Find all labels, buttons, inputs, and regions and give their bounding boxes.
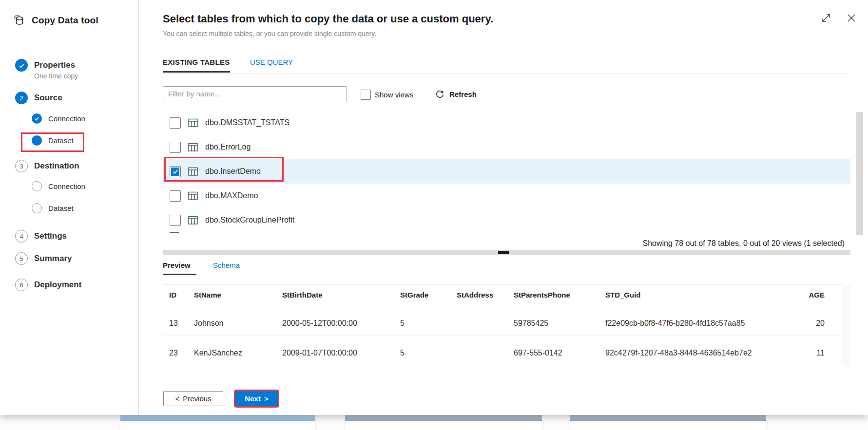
table-row[interactable]: dbo.ErrorLog [163, 135, 850, 159]
horizontal-scrollbar-thumb[interactable] [498, 251, 509, 254]
preview-table-right-border [842, 284, 842, 366]
tab-schema[interactable]: Schema [213, 261, 240, 269]
tab-existing-tables[interactable]: EXISTING TABLES [163, 58, 230, 73]
cell: 5 [400, 349, 405, 357]
sidebar-item-destination[interactable]: 3 Destination [15, 160, 79, 172]
tabs-divider [163, 74, 850, 74]
table-name: dbo.StockGroupLineProfit [205, 216, 294, 224]
table-name: dbo.ErrorLog [205, 143, 251, 151]
column-header: StParentsPhone [514, 291, 570, 299]
cell: 5 [400, 319, 405, 328]
cell: Johnson [194, 319, 224, 328]
preview-data-row: 23 KenJSánchez 2009-01-07T00:00:00 5 697… [163, 349, 842, 358]
next-button[interactable]: Next > [235, 391, 278, 406]
background-card-body [120, 421, 315, 430]
checkbox-check-icon [171, 168, 179, 176]
copy-data-tool-dialog: Copy Data tool Properties One time copy … [0, 0, 868, 415]
table-row[interactable]: dbo.StockGroupLineProfit [163, 208, 850, 232]
column-header: STD_Guid [605, 291, 641, 299]
sidebar-item-summary[interactable]: 5 Summary [15, 252, 72, 265]
step-pending-icon [32, 181, 42, 191]
page-subtitle: You can select multiple tables, or you c… [163, 30, 376, 37]
sidebar-item-deployment[interactable]: 6 Deployment [15, 279, 81, 291]
table-row[interactable]: dbo.MAXDemo [163, 184, 850, 208]
row-checkbox[interactable] [170, 215, 181, 226]
column-header: StAddress [457, 291, 493, 299]
clipped-row-fragment [170, 232, 179, 233]
step-pending-icon [32, 203, 42, 213]
filter-input[interactable] [163, 86, 347, 101]
close-icon[interactable] [846, 13, 857, 23]
column-header: StBirthDate [282, 291, 323, 299]
row-divider [163, 366, 842, 366]
tab-preview[interactable]: Preview [163, 261, 196, 275]
sidebar-item-source-dataset[interactable]: Dataset [32, 135, 74, 146]
footer-divider [138, 382, 868, 382]
column-header: ID [169, 291, 176, 299]
status-text: Showing 78 out of 78 tables, 0 out of 20… [643, 239, 845, 248]
cell: 11 [816, 349, 825, 357]
sidebar-item-destination-connection[interactable]: Connection [32, 181, 85, 191]
horizontal-scrollbar[interactable] [163, 250, 850, 255]
cell: 92c4279f-1207-48a3-8448-4636514eb7e2 [605, 349, 752, 357]
cell: 59785425 [514, 319, 548, 328]
cell: 697-555-0142 [514, 349, 562, 357]
sidebar-item-properties[interactable]: Properties [15, 59, 75, 72]
refresh-label: Refresh [449, 90, 477, 98]
properties-sublabel: One time copy [34, 72, 78, 80]
refresh-icon [435, 90, 444, 99]
row-checkbox[interactable] [170, 142, 181, 153]
table-name: dbo.InsertDemo [205, 167, 261, 176]
expand-icon[interactable] [821, 13, 831, 23]
show-views-checkbox[interactable] [361, 90, 371, 100]
sidebar-item-settings[interactable]: 4 Settings [15, 230, 67, 243]
sidebar-item-destination-dataset[interactable]: Dataset [32, 203, 74, 213]
table-icon [188, 117, 198, 128]
tab-use-query[interactable]: USE QUERY [250, 58, 293, 66]
table-row[interactable]: dbo.DMSSTAT_TSTATS [163, 111, 850, 135]
cell: 23 [169, 349, 178, 357]
cell: KenJSánchez [194, 349, 242, 357]
sidebar-item-label: Properties [34, 60, 75, 70]
table-name: dbo.DMSSTAT_TSTATS [205, 118, 289, 127]
background-page [0, 415, 868, 430]
preview-data-row: 13 Johnson 2000-05-12T00:00:00 5 5978542… [163, 319, 842, 328]
step-current-icon [32, 135, 42, 146]
app-title: Copy Data tool [32, 15, 98, 26]
sidebar-item-source-connection[interactable]: Connection [32, 113, 85, 124]
sidebar-item-label: Dataset [48, 136, 74, 145]
column-header: StName [194, 291, 221, 299]
column-header: AGE [809, 291, 825, 299]
table-name: dbo.MAXDemo [205, 191, 258, 200]
sidebar-divider [138, 0, 139, 415]
preview-table-top-border [163, 284, 842, 285]
preview-table-header: ID StName StBirthDate StGrade StAddress … [163, 291, 842, 300]
table-list: dbo.DMSSTAT_TSTATS dbo.ErrorLog [163, 111, 850, 232]
background-card-body [345, 421, 542, 430]
copy-data-tool-icon [12, 14, 25, 27]
background-card-header [570, 415, 766, 421]
step-number-badge: 4 [15, 230, 28, 243]
sidebar-item-label: Source [34, 93, 62, 103]
vertical-scrollbar[interactable] [856, 112, 863, 235]
row-checkbox[interactable] [170, 190, 181, 202]
cell: 20 [816, 319, 825, 328]
page-title: Select tables from which to copy the dat… [163, 13, 493, 25]
refresh-button[interactable]: Refresh [435, 90, 477, 99]
sidebar-item-source[interactable]: 2 Source [15, 92, 62, 104]
step-number-badge: 5 [15, 252, 28, 265]
table-icon [188, 215, 198, 225]
column-header: StGrade [400, 291, 428, 299]
table-row-selected[interactable]: dbo.InsertDemo [163, 159, 850, 184]
next-button-label: Next [245, 394, 261, 403]
sidebar-item-label: Destination [34, 161, 79, 171]
screen: Copy Data tool Properties One time copy … [0, 0, 868, 430]
row-divider [163, 336, 842, 336]
app-header: Copy Data tool [12, 14, 98, 27]
previous-button[interactable]: < Previous [163, 391, 223, 406]
sidebar-item-label: Connection [48, 182, 85, 190]
row-checkbox[interactable] [170, 117, 181, 129]
show-views-label: Show views [375, 91, 413, 99]
sidebar-item-label: Dataset [48, 204, 74, 212]
row-checkbox-checked[interactable] [170, 166, 181, 177]
